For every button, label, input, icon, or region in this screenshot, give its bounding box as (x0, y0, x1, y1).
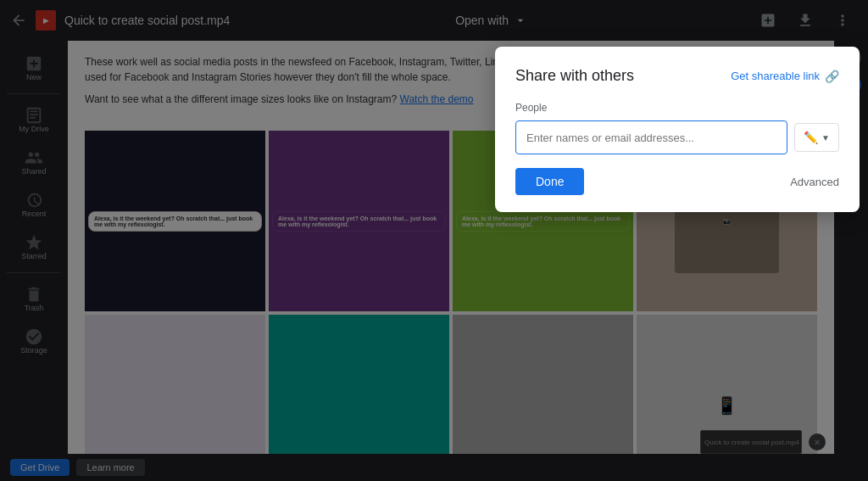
share-dialog-title: Share with others (515, 67, 634, 85)
share-dialog-header: Share with others Get shareable link 🔗 (515, 67, 839, 85)
link-icon: 🔗 (825, 70, 839, 83)
share-dialog: Share with others Get shareable link 🔗 P… (495, 47, 860, 212)
chevron-down-icon: ▼ (821, 133, 830, 143)
dialog-actions: Done Advanced (515, 168, 839, 195)
people-input[interactable] (515, 120, 787, 154)
people-input-row: ✏️ ▼ (515, 120, 839, 154)
done-button[interactable]: Done (515, 168, 584, 195)
pen-icon: ✏️ (804, 131, 818, 144)
get-shareable-link-button[interactable]: Get shareable link 🔗 (731, 70, 839, 83)
advanced-link[interactable]: Advanced (790, 176, 839, 188)
get-shareable-link-label: Get shareable link (731, 70, 820, 82)
people-label: People (515, 102, 839, 114)
pen-dropdown-button[interactable]: ✏️ ▼ (794, 123, 839, 152)
